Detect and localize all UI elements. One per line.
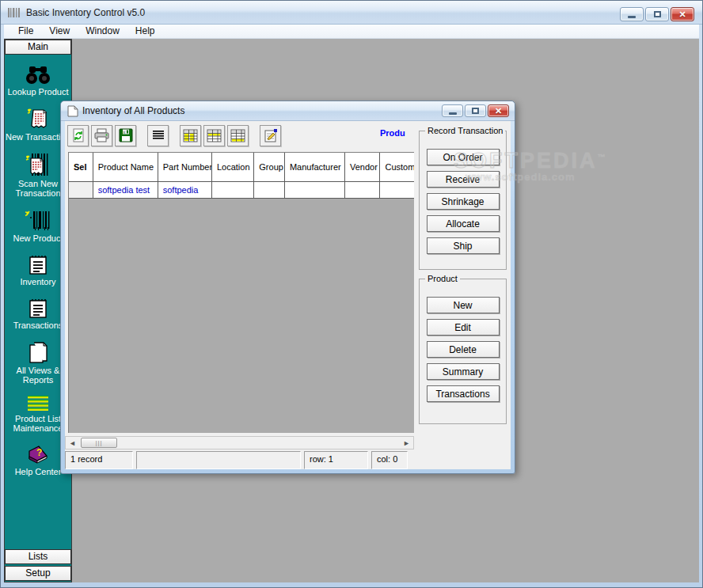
grid-header-row: Sel Product Name Part Number Location Gr… [69,153,414,182]
sidebar-item-lookup-product[interactable]: Lookup Product [5,65,71,97]
floppy-disk-icon: x [119,128,133,142]
column-header-sel[interactable]: Sel [69,153,93,182]
minimize-icon [449,112,457,115]
column-header-custom[interactable]: Custom [380,153,414,182]
cell-custom[interactable] [380,182,414,199]
inventory-child-window: Inventory of All Products ✕ [60,101,515,474]
receive-button[interactable]: Receive [427,171,500,188]
product-link[interactable]: Produ [380,128,414,138]
sidebar-tab-lists[interactable]: Lists [5,549,71,564]
table-rows-icon [230,129,245,142]
child-window-title: Inventory of All Products [82,105,184,116]
window-title: Basic Inventory Control v5.0 [26,7,145,18]
notepad-icon [27,297,49,319]
printer-icon [94,128,109,142]
cell-sel[interactable] [69,182,93,199]
sidebar-item-label: Transactions [13,321,63,330]
record-transaction-group: Record Transaction On Order Receive Shri… [419,131,507,270]
new-barcode-icon [25,208,51,232]
restore-icon [472,108,479,114]
menu-help[interactable]: Help [127,25,163,38]
sidebar-tab-setup[interactable]: Setup [5,566,71,581]
product-group: Product New Edit Delete Summary Transact… [419,279,507,424]
sidebar-item-label: New Product [13,233,63,243]
column-header-location[interactable]: Location [212,153,254,182]
refresh-button[interactable] [67,125,89,146]
column-header-group[interactable]: Group [254,153,285,182]
list-view-icon [151,129,165,142]
column-header-part-number[interactable]: Part Number [158,153,212,182]
scroll-left-arrow[interactable]: ◄ [66,437,79,449]
column-header-manufacturer[interactable]: Manufacturer [285,153,345,182]
cell-manufacturer[interactable] [285,182,345,199]
toolbar: x [67,123,281,147]
properties-icon [264,128,278,142]
ship-button[interactable]: Ship [427,237,500,254]
table-rows-view-button[interactable] [227,125,249,146]
child-restore-button[interactable] [465,104,486,117]
cell-location[interactable] [212,182,254,199]
svg-text:?: ? [36,447,42,458]
new-receipt-icon [26,107,50,131]
summary-button[interactable]: Summary [427,363,500,380]
menubar: File View Window Help [4,25,699,39]
sidebar-tab-main[interactable]: Main [5,40,71,55]
column-header-vendor[interactable]: Vendor [345,153,381,182]
table-row[interactable]: softpedia test softpedia [69,182,414,199]
col-indicator: col: 0 [371,451,408,469]
close-icon: ✕ [495,107,502,116]
refresh-icon [71,128,86,142]
group-title: Product [425,274,460,283]
notepad-icon [27,253,49,275]
child-titlebar[interactable]: Inventory of All Products ✕ [61,101,515,121]
scan-receipt-icon [25,152,51,177]
new-product-button[interactable]: New [427,297,500,313]
transactions-button[interactable]: Transactions [427,385,500,402]
cell-group[interactable] [254,182,285,199]
table-view-button[interactable] [203,125,225,146]
grid-section: x [65,121,414,469]
record-count: 1 record [65,451,133,469]
delete-product-button[interactable]: Delete [427,341,500,358]
documents-icon [27,340,49,364]
horizontal-scrollbar[interactable]: ◄ ||| ► [65,436,414,450]
cell-vendor[interactable] [345,182,381,199]
column-header-product-name[interactable]: Product Name [93,153,158,182]
document-icon [67,105,78,117]
close-button[interactable]: ✕ [671,7,694,21]
cell-product-name[interactable]: softpedia test [93,182,158,199]
cell-part-number[interactable]: softpedia [158,182,212,199]
minimize-button[interactable] [620,7,644,21]
scrollbar-thumb[interactable]: ||| [81,438,117,448]
menu-file[interactable]: File [10,25,41,38]
striped-list-icon [26,395,50,412]
allocate-button[interactable]: Allocate [427,215,500,232]
products-grid: Sel Product Name Part Number Location Gr… [68,152,414,433]
properties-button[interactable] [260,125,281,146]
save-export-button[interactable]: x [115,125,136,146]
main-titlebar[interactable]: Basic Inventory Control v5.0 ✕ [1,1,702,25]
print-button[interactable] [91,125,112,146]
on-order-button[interactable]: On Order [427,149,500,165]
status-message [136,451,301,469]
table-highlight-view-button[interactable] [180,125,201,146]
table-highlight-icon [183,129,198,142]
sidebar-item-label: Help Center [15,467,62,476]
menu-view[interactable]: View [41,25,78,38]
sidebar-item-label: Inventory [20,277,55,286]
group-title: Record Transaction [425,126,505,135]
minimize-icon [628,16,636,18]
edit-product-button[interactable]: Edit [427,319,500,336]
menu-window[interactable]: Window [78,25,127,38]
child-client-area: x [65,121,511,469]
maximize-button[interactable] [645,7,669,21]
child-close-button[interactable]: ✕ [488,104,509,117]
list-view-button[interactable] [147,125,169,146]
scroll-right-arrow[interactable]: ► [400,437,413,449]
child-minimize-button[interactable] [442,104,463,117]
close-icon: ✕ [678,10,686,19]
sidebar-item-label: Lookup Product [7,87,68,97]
row-indicator: row: 1 [304,451,368,469]
shrinkage-button[interactable]: Shrinkage [427,193,500,210]
action-panel: Record Transaction On Order Receive Shri… [414,121,511,469]
